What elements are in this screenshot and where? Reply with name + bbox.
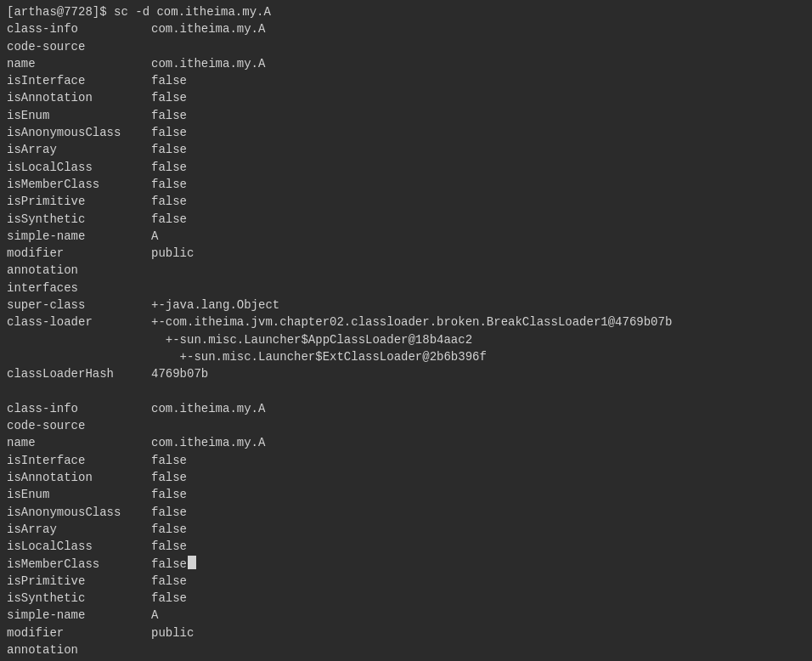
key-empty-1 bbox=[7, 331, 151, 348]
block-1: class-info com.itheima.my.A code-source … bbox=[0, 20, 812, 382]
key-modifier-2: modifier bbox=[7, 624, 151, 641]
isPrimitive-2: isPrimitive false bbox=[0, 573, 812, 590]
annotation-2: annotation bbox=[0, 641, 812, 658]
key-isMemberClass-2: isMemberClass bbox=[7, 556, 151, 573]
modifier-2: modifier public bbox=[0, 624, 812, 641]
class-loader-1: class-loader +-com.itheima.jvm.chapter02… bbox=[0, 314, 812, 330]
isLocalClass-2: isLocalClass false bbox=[0, 538, 812, 555]
key-classLoaderhash-1: classLoaderHash bbox=[7, 365, 151, 382]
key-isPrimitive-1: isPrimitive bbox=[7, 193, 151, 210]
key-empty-1b bbox=[7, 348, 151, 365]
val-isPrimitive-1: false bbox=[151, 193, 187, 210]
super-class-1: super-class +-java.lang.Object bbox=[0, 297, 812, 314]
class-info-2: class-info com.itheima.my.A bbox=[0, 400, 812, 417]
val-isInterface-2: false bbox=[151, 452, 187, 469]
val-isMemberClass-2: false bbox=[151, 556, 187, 573]
isLocalClass-1: isLocalClass false bbox=[0, 159, 812, 176]
val-isAnonymousClass-2: false bbox=[151, 504, 187, 521]
key-isSynthetic-2: isSynthetic bbox=[7, 590, 151, 607]
val-class-info-2: com.itheima.my.A bbox=[151, 400, 265, 417]
val-isEnum-1: false bbox=[151, 107, 187, 124]
isAnnotation-1: isAnnotation false bbox=[0, 89, 812, 106]
annotation-1: annotation bbox=[0, 262, 812, 279]
key-class-info-1: class-info bbox=[7, 20, 151, 37]
val-modifier-2: public bbox=[151, 624, 194, 641]
val-class-loader-1: +-com.itheima.jvm.chapter02.classloader.… bbox=[151, 314, 672, 330]
key-isArray-2: isArray bbox=[7, 521, 151, 538]
prompt: [arthas@7728]$ bbox=[7, 3, 107, 20]
name-1: name com.itheima.my.A bbox=[0, 55, 812, 72]
key-annotation-2: annotation bbox=[7, 641, 151, 658]
isMemberClass-1: isMemberClass false bbox=[0, 176, 812, 193]
prompt-line: [arthas@7728]$ sc -d com.itheima.my.A bbox=[0, 3, 812, 20]
isAnonymousClass-2: isAnonymousClass false bbox=[0, 504, 812, 521]
class-loader-1-indent2: +-sun.misc.Launcher$ExtClassLoader@2b6b3… bbox=[0, 348, 812, 365]
val-isAnonymousClass-1: false bbox=[151, 124, 187, 141]
command: sc -d com.itheima.my.A bbox=[107, 3, 271, 20]
key-annotation-1: annotation bbox=[7, 262, 151, 279]
val-isSynthetic-2: false bbox=[151, 590, 187, 607]
key-isLocalClass-2: isLocalClass bbox=[7, 538, 151, 555]
empty-line bbox=[0, 383, 812, 400]
val-isLocalClass-1: false bbox=[151, 159, 187, 176]
val-isLocalClass-2: false bbox=[151, 538, 187, 555]
val-isAnnotation-2: false bbox=[151, 469, 187, 486]
terminal: [arthas@7728]$ sc -d com.itheima.my.A cl… bbox=[0, 0, 812, 661]
cursor bbox=[188, 556, 196, 569]
key-code-source-1: code-source bbox=[7, 38, 151, 55]
key-name-2: name bbox=[7, 434, 151, 451]
key-isAnonymousClass-2: isAnonymousClass bbox=[7, 504, 151, 521]
isArray-2: isArray false bbox=[0, 521, 812, 538]
val-modifier-1: public bbox=[151, 245, 194, 262]
isArray-1: isArray false bbox=[0, 141, 812, 158]
key-simple-name-2: simple-name bbox=[7, 607, 151, 624]
key-isAnnotation-1: isAnnotation bbox=[7, 89, 151, 106]
key-interfaces-1: interfaces bbox=[7, 280, 151, 297]
class-info-1: class-info com.itheima.my.A bbox=[0, 20, 812, 37]
code-source-2: code-source bbox=[0, 417, 812, 434]
val-isAnnotation-1: false bbox=[151, 89, 187, 106]
block-2: class-info com.itheima.my.A code-source … bbox=[0, 400, 812, 661]
code-source-1: code-source bbox=[0, 38, 812, 55]
key-isArray-1: isArray bbox=[7, 141, 151, 158]
isSynthetic-2: isSynthetic false bbox=[0, 590, 812, 607]
interfaces-1: interfaces bbox=[0, 280, 812, 297]
val-classLoaderhash-1: 4769b07b bbox=[151, 365, 208, 382]
key-isInterface-2: isInterface bbox=[7, 452, 151, 469]
isPrimitive-1: isPrimitive false bbox=[0, 193, 812, 210]
val-super-class-1: +-java.lang.Object bbox=[151, 297, 279, 314]
val-name-1: com.itheima.my.A bbox=[151, 55, 265, 72]
simple-name-1: simple-name A bbox=[0, 228, 812, 245]
key-modifier-1: modifier bbox=[7, 245, 151, 262]
classLoaderhash-1: classLoaderHash 4769b07b bbox=[0, 365, 812, 382]
key-simple-name-1: simple-name bbox=[7, 228, 151, 245]
key-class-info-2: class-info bbox=[7, 400, 151, 417]
key-isPrimitive-2: isPrimitive bbox=[7, 573, 151, 590]
val-isPrimitive-2: false bbox=[151, 573, 187, 590]
class-loader-1-indent1: +-sun.misc.Launcher$AppClassLoader@18b4a… bbox=[0, 331, 812, 348]
isInterface-1: isInterface false bbox=[0, 72, 812, 89]
val-simple-name-2: A bbox=[151, 607, 158, 624]
isAnnotation-2: isAnnotation false bbox=[0, 469, 812, 486]
key-name-1: name bbox=[7, 55, 151, 72]
isMemberClass-2: isMemberClass false bbox=[0, 556, 812, 573]
modifier-1: modifier public bbox=[0, 245, 812, 262]
val-isInterface-1: false bbox=[151, 72, 187, 89]
isEnum-2: isEnum false bbox=[0, 486, 812, 503]
simple-name-2: simple-name A bbox=[0, 607, 812, 624]
isAnonymousClass-1: isAnonymousClass false bbox=[0, 124, 812, 141]
val-isArray-1: false bbox=[151, 141, 187, 158]
isEnum-1: isEnum false bbox=[0, 107, 812, 124]
val-extclassloader-1: +-sun.misc.Launcher$ExtClassLoader@2b6b3… bbox=[151, 348, 487, 365]
val-class-info-1: com.itheima.my.A bbox=[151, 20, 265, 37]
key-class-loader-1: class-loader bbox=[7, 314, 151, 330]
key-isLocalClass-1: isLocalClass bbox=[7, 159, 151, 176]
val-appclassloader-1: +-sun.misc.Launcher$AppClassLoader@18b4a… bbox=[151, 331, 472, 348]
key-super-class-1: super-class bbox=[7, 297, 151, 314]
isSynthetic-1: isSynthetic false bbox=[0, 211, 812, 228]
val-simple-name-1: A bbox=[151, 228, 158, 245]
isInterface-2: isInterface false bbox=[0, 452, 812, 469]
name-2: name com.itheima.my.A bbox=[0, 434, 812, 451]
key-isAnonymousClass-1: isAnonymousClass bbox=[7, 124, 151, 141]
key-isSynthetic-1: isSynthetic bbox=[7, 211, 151, 228]
